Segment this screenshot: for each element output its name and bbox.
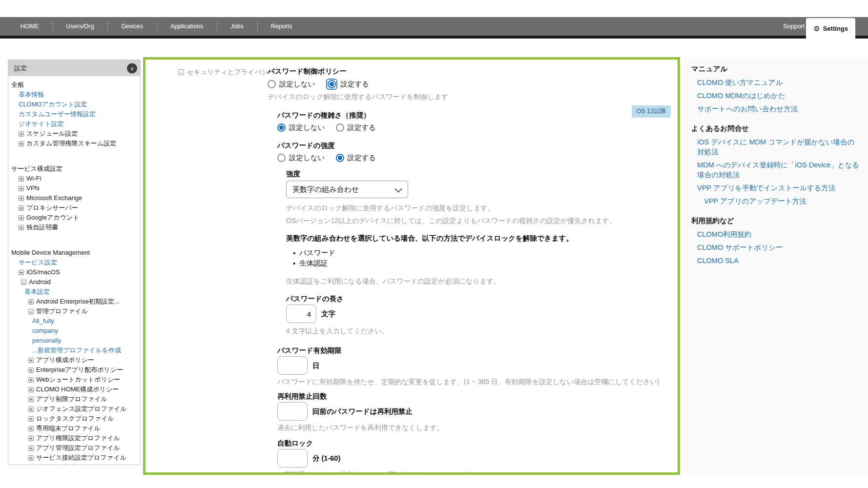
tree-expand-icon[interactable]: + xyxy=(28,416,34,422)
help-sidebar-item[interactable]: CLOMO サポートポリシー xyxy=(691,243,860,252)
autolock-input[interactable] xyxy=(277,449,308,468)
help-sidebar-item[interactable]: CLOMO利用規約 xyxy=(691,229,860,239)
expiry-input[interactable] xyxy=(277,356,308,375)
tree-expand-icon[interactable]: + xyxy=(28,446,34,451)
tree-item[interactable]: カスタムユーザー情報設定 xyxy=(8,109,140,119)
sidebar-collapse-button[interactable]: ‹ xyxy=(127,63,137,73)
help-sidebar-item[interactable]: VPP アプリのアップデート方法 xyxy=(691,196,860,206)
tree-item[interactable]: 基本設定 xyxy=(8,287,140,297)
tree-expand-icon[interactable]: + xyxy=(28,436,34,441)
tree-item[interactable]: +ジオフェンス設定プロファイル xyxy=(8,404,140,414)
help-sidebar-item[interactable]: CLOMO MDMのはじめかた xyxy=(691,91,860,101)
tree-expand-icon[interactable]: + xyxy=(28,455,34,461)
tree-item[interactable]: +iOS/macOS xyxy=(8,267,140,277)
tree-expand-icon[interactable]: + xyxy=(28,426,34,431)
tree-expand-icon[interactable]: + xyxy=(28,377,34,383)
tree-expand-icon[interactable]: + xyxy=(19,176,24,182)
password-length-input[interactable] xyxy=(286,305,316,323)
tree-item[interactable]: +アプリ管理設定プロファイル xyxy=(8,443,140,453)
tree-expand-icon[interactable]: + xyxy=(28,387,34,392)
tree-item[interactable]: company xyxy=(8,326,140,336)
tree-item[interactable]: +アプリ権限設定プロファイル xyxy=(8,433,140,443)
tree-expand-icon[interactable]: + xyxy=(28,299,34,305)
unlock-method-item: 生体認証 xyxy=(293,258,678,268)
help-sidebar-item[interactable]: CLOMO 使い方マニュアル xyxy=(691,78,860,87)
tree-item[interactable]: +CLOMO HOME構成ポリシー xyxy=(8,385,140,394)
tree-item[interactable]: +アプリ構成ポリシー xyxy=(8,355,140,365)
tree-item[interactable]: All_fully xyxy=(8,316,140,326)
tree-item[interactable]: ジオサイト設定 xyxy=(8,119,140,129)
tree-item[interactable]: +専用端末プロファイル xyxy=(8,424,140,433)
tree-expand-icon[interactable]: + xyxy=(19,225,24,230)
tree-item-label: Googleアカウント xyxy=(26,213,79,223)
tree-item[interactable]: ...新規管理プロファイルを作成 xyxy=(8,346,140,355)
tree-item[interactable]: +Microsoft Exchange xyxy=(8,193,140,203)
tree-item[interactable]: +独自証明書プロファイル xyxy=(8,463,140,465)
tree-item[interactable]: +カスタム管理権限スキーム設定 xyxy=(8,139,140,148)
tree-expand-icon[interactable]: + xyxy=(28,358,34,363)
tree-item[interactable]: personally xyxy=(8,336,140,346)
tree-item[interactable]: +Wi-Fi xyxy=(8,174,140,183)
tree-expand-icon[interactable]: + xyxy=(28,367,34,373)
tree-item-label: サービス構成設定 xyxy=(11,164,62,174)
nav-support-link[interactable]: Support xyxy=(783,17,805,36)
tree-item[interactable]: +ロックタスクプロファイル xyxy=(8,414,140,424)
tree-expand-icon[interactable]: - xyxy=(21,280,26,285)
tree-item[interactable]: 基本情報 xyxy=(8,90,140,100)
tree-item[interactable]: +VPN xyxy=(8,183,140,193)
tree-expand-icon[interactable]: + xyxy=(19,270,24,275)
nav-item[interactable]: HOME xyxy=(7,23,53,30)
tree-expand-icon[interactable]: + xyxy=(19,186,24,191)
help-sidebar-item[interactable]: CLOMO SLA xyxy=(691,256,860,265)
nav-item[interactable]: Users/Org xyxy=(53,23,108,30)
nav-item[interactable]: Reports xyxy=(257,23,306,30)
expiry-label: パスワード有効期限 xyxy=(277,346,678,355)
tree-expand-icon[interactable]: + xyxy=(28,407,34,412)
reuse-input[interactable] xyxy=(277,402,308,421)
tree-item-label: ジオフェンス設定プロファイル xyxy=(36,404,127,414)
tree-expand-icon[interactable]: + xyxy=(19,141,24,146)
help-sidebar-item[interactable]: サポートへのお問い合わせ方法 xyxy=(691,104,860,114)
tree-item[interactable]: +Webショートカットポリシー xyxy=(8,375,140,385)
tree-item-label: Webショートカットポリシー xyxy=(36,375,120,385)
tree-expand-icon[interactable]: + xyxy=(19,205,24,211)
tree-item[interactable]: +Enterpriseアプリ配布ポリシー xyxy=(8,365,140,375)
tree-item[interactable]: -管理プロファイル xyxy=(8,306,140,316)
radio-strength-yes[interactable]: 設定する xyxy=(336,153,376,163)
radio-complexity-no[interactable]: 設定しない xyxy=(277,123,325,132)
tree-expand-icon[interactable]: - xyxy=(28,309,34,314)
tree-item[interactable]: +アプリ制限プロファイル xyxy=(8,394,140,404)
tree-item[interactable]: CLOMOアカウント設定 xyxy=(8,100,140,109)
tree-item[interactable]: +Googleアカウント xyxy=(8,213,140,223)
tree-expand-icon[interactable]: + xyxy=(19,131,24,137)
tree-item-label: Android Enterprise初期設定... xyxy=(36,297,120,306)
help-sidebar-item[interactable]: MDM へのデバイス登録時に「iOS Device」となる場合の対処法 xyxy=(691,160,860,180)
radio-strength-no[interactable]: 設定しない xyxy=(277,153,325,163)
tree-item[interactable]: +プロキシサーバー xyxy=(8,203,140,213)
collapse-section-icon[interactable]: - xyxy=(178,69,184,75)
tree-item[interactable]: サービス設定 xyxy=(8,258,140,267)
help-sidebar-item[interactable]: VPP アプリを手動でインストールする方法 xyxy=(691,183,860,193)
tree-item[interactable]: +独自証明書 xyxy=(8,223,140,232)
nav-item[interactable]: Jobs xyxy=(217,23,257,30)
nav-settings-tab[interactable]: ⚙ Settings xyxy=(806,18,855,39)
radio-label: 設定しない xyxy=(289,153,325,163)
nav-item[interactable]: Applications xyxy=(157,23,217,30)
tree-item[interactable]: +Android Enterprise初期設定... xyxy=(8,297,140,306)
tree-expand-icon[interactable]: + xyxy=(19,215,24,221)
tree-item[interactable]: +スケジュール設定 xyxy=(8,129,140,139)
strength-select[interactable]: 英数字の組み合わせ xyxy=(286,181,408,198)
radio-policy-no[interactable]: 設定しない xyxy=(268,80,315,89)
tree-item-label: CLOMOアカウント設定 xyxy=(19,100,87,109)
nav-item[interactable]: Devices xyxy=(107,23,156,30)
tree-item: Mobile Device Management xyxy=(8,248,140,258)
help-sidebar-item: マニュアル xyxy=(691,64,860,74)
help-sidebar-item[interactable]: iOS デバイスに MDM コマンドが届かない場合の対処法 xyxy=(691,137,860,157)
tree-item[interactable]: -Android xyxy=(8,277,140,287)
radio-policy-yes[interactable]: 設定する xyxy=(326,79,370,90)
tree-expand-icon[interactable]: + xyxy=(19,196,24,201)
radio-complexity-yes[interactable]: 設定する xyxy=(336,123,376,132)
tree-expand-icon[interactable]: + xyxy=(28,465,34,466)
tree-item[interactable]: +サービス接続設定プロファイル xyxy=(8,453,140,463)
tree-expand-icon[interactable]: + xyxy=(28,397,34,402)
